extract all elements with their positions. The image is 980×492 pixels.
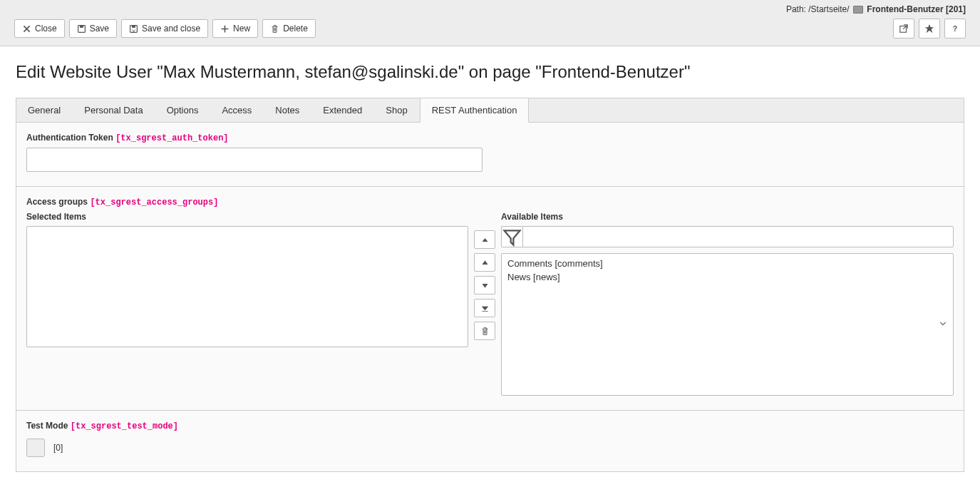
move-down-icon — [480, 281, 490, 290]
action-button-group: Close Save Save and close New Delete — [14, 19, 316, 38]
tab-access[interactable]: Access — [210, 98, 264, 122]
filter-icon — [502, 227, 522, 247]
help-icon: ? — [950, 24, 960, 34]
test-mode-value: [0] — [53, 443, 63, 453]
available-item[interactable]: News [news] — [505, 270, 950, 284]
filter-input[interactable] — [522, 226, 954, 247]
plus-icon — [220, 24, 229, 34]
move-bottom-button[interactable] — [474, 299, 495, 317]
bookmark-button[interactable] — [919, 19, 940, 39]
auth-token-label: Authentication Token [tx_sgrest_auth_tok… — [26, 133, 954, 143]
test-mode-label: Test Mode [tx_sgrest_test_mode] — [26, 421, 954, 431]
breadcrumb-path: Path: /Startseite/ Frontend-Benutzer [20… — [0, 0, 980, 16]
path-segment: /Startseite/ — [808, 4, 849, 14]
svg-rect-1 — [80, 25, 83, 27]
available-item[interactable]: Comments [comments] — [505, 257, 950, 270]
right-button-group: ? — [893, 19, 966, 39]
trash-icon — [480, 327, 490, 336]
filter-button[interactable] — [501, 226, 522, 247]
help-button[interactable]: ? — [944, 19, 966, 39]
new-label: New — [233, 24, 250, 34]
move-up-icon — [480, 258, 490, 267]
chevron-down-icon[interactable] — [939, 319, 947, 330]
tab-rest-authentication[interactable]: REST Authentication — [420, 98, 530, 123]
move-up-button[interactable] — [474, 253, 495, 272]
tab-general[interactable]: General — [16, 98, 73, 122]
tab-bar: General Personal Data Options Access Not… — [16, 98, 964, 123]
section-auth-token: Authentication Token [tx_sgrest_auth_tok… — [16, 123, 964, 187]
section-test-mode: Test Mode [tx_sgrest_test_mode] [0] — [16, 411, 964, 471]
tab-shop[interactable]: Shop — [374, 98, 419, 122]
access-groups-label: Access groups [tx_sgrest_access_groups] — [26, 197, 954, 207]
auth-token-input[interactable] — [26, 148, 483, 172]
save-close-label: Save and close — [142, 24, 200, 34]
auth-token-tech: [tx_sgrest_auth_token] — [115, 133, 228, 143]
available-items-label: Available Items — [501, 212, 954, 222]
page-title: Edit Website User "Max Mustermann, stefa… — [16, 62, 964, 82]
svg-rect-3 — [132, 25, 135, 27]
path-page[interactable]: Frontend-Benutzer — [867, 4, 943, 14]
close-button[interactable]: Close — [14, 19, 65, 38]
mover-buttons — [474, 212, 495, 340]
delete-label: Delete — [283, 24, 308, 34]
folder-icon — [853, 6, 863, 14]
test-mode-checkbox[interactable] — [26, 439, 45, 457]
auth-token-label-text: Authentication Token — [26, 133, 113, 143]
new-button[interactable]: New — [212, 19, 258, 38]
move-top-icon — [480, 235, 490, 245]
close-label: Close — [35, 24, 57, 34]
remove-button[interactable] — [474, 322, 495, 340]
test-mode-tech: [tx_sgrest_test_mode] — [71, 421, 178, 431]
save-button[interactable]: Save — [69, 19, 117, 38]
tab-personal-data[interactable]: Personal Data — [73, 98, 155, 122]
path-id: [201] — [946, 4, 966, 14]
access-groups-tech: [tx_sgrest_access_groups] — [90, 198, 218, 207]
tab-notes[interactable]: Notes — [264, 98, 311, 122]
svg-text:?: ? — [953, 24, 957, 33]
test-mode-label-text: Test Mode — [26, 421, 68, 431]
section-access-groups: Access groups [tx_sgrest_access_groups] … — [16, 187, 964, 411]
move-top-button[interactable] — [474, 230, 495, 249]
tab-extended[interactable]: Extended — [311, 98, 374, 122]
access-groups-label-text: Access groups — [26, 197, 88, 207]
move-down-button[interactable] — [474, 276, 495, 294]
star-icon — [924, 24, 934, 34]
save-close-icon — [129, 24, 138, 34]
open-external-button[interactable] — [893, 19, 914, 39]
delete-button[interactable]: Delete — [262, 19, 316, 38]
trash-icon — [270, 24, 279, 34]
save-close-button[interactable]: Save and close — [121, 19, 208, 38]
selected-items-listbox[interactable] — [26, 226, 468, 347]
selected-items-label: Selected Items — [26, 212, 468, 222]
tab-options[interactable]: Options — [155, 98, 211, 122]
save-label: Save — [90, 24, 109, 34]
path-label: Path: — [786, 4, 806, 14]
close-icon — [22, 24, 31, 34]
move-bottom-icon — [480, 304, 490, 313]
open-external-icon — [899, 24, 909, 34]
available-items-listbox[interactable]: Comments [comments] News [news] — [501, 253, 954, 396]
save-icon — [77, 24, 86, 34]
